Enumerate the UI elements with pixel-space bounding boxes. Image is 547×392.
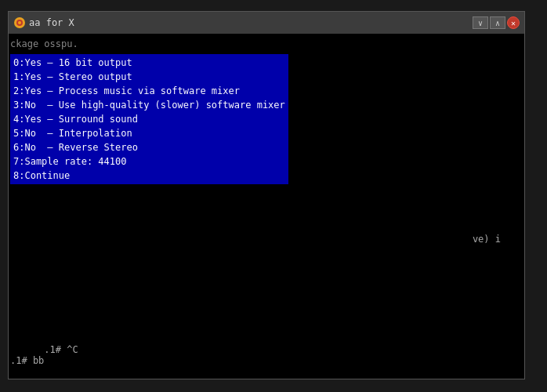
menu-item-7[interactable]: 7:Sample rate: 44100 [13, 154, 285, 169]
window-title: aa for X [29, 17, 74, 28]
title-bar-controls: ∨ ∧ ✕ [473, 16, 520, 29]
bg-top-text: ckage osspu. [10, 37, 523, 51]
bottom-terminal-text: .1# ^C .1# bb [10, 333, 78, 377]
menu-box[interactable]: 0:Yes – 16 bit output 1:Yes – Stereo out… [10, 54, 288, 184]
menu-item-8[interactable]: 8:Continue [13, 169, 285, 183]
menu-item-0[interactable]: 0:Yes – 16 bit output [13, 56, 285, 70]
right-side-text: ve) i [473, 234, 501, 245]
terminal-content: ckage osspu. 0:Yes – 16 bit output 1:Yes… [9, 34, 524, 379]
title-bar: aa for X ∨ ∧ ✕ [9, 12, 524, 34]
menu-item-5[interactable]: 5:No – Interpolation [13, 126, 285, 140]
menu-item-1[interactable]: 1:Yes – Stereo output [13, 70, 285, 84]
dialog-window: aa for X ∨ ∧ ✕ ckage osspu. 0:Yes – 16 b… [8, 11, 525, 379]
menu-item-6[interactable]: 6:No – Reverse Stereo [13, 140, 285, 154]
maximize-button[interactable]: ∧ [490, 16, 505, 29]
close-button[interactable]: ✕ [507, 16, 520, 29]
svg-point-2 [18, 21, 21, 24]
minimize-button[interactable]: ∨ [473, 16, 488, 29]
bottom-line-1: .1# ^C [44, 344, 78, 355]
window-icon [13, 16, 26, 29]
title-bar-left: aa for X [13, 16, 74, 29]
menu-item-3[interactable]: 3:No – Use high-quality (slower) softwar… [13, 98, 285, 112]
menu-item-2[interactable]: 2:Yes – Process music via software mixer [13, 84, 285, 98]
menu-item-4[interactable]: 4:Yes – Surround sound [13, 112, 285, 126]
bottom-line-2: .1# bb [10, 355, 44, 366]
